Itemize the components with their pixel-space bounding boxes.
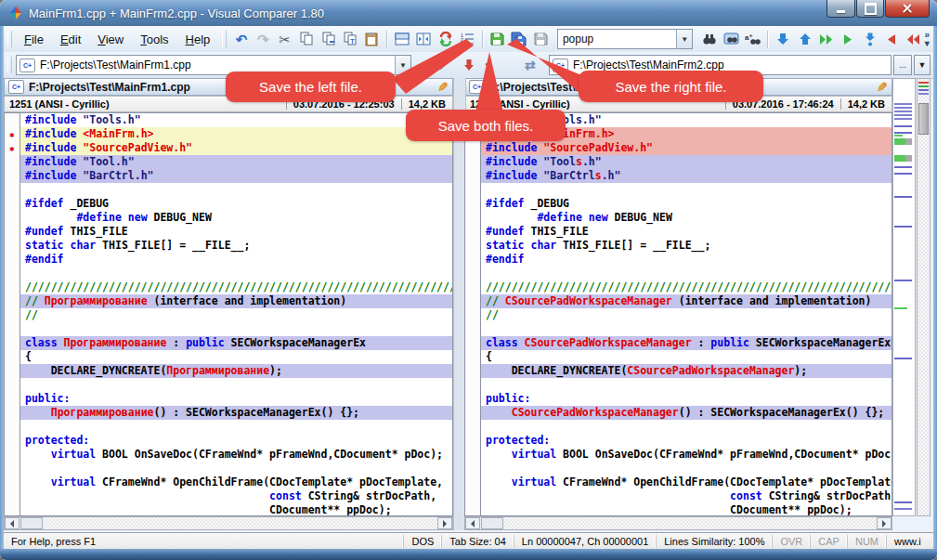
- scroll-left-arrow[interactable]: [5, 517, 20, 529]
- gutter-cell: [465, 364, 481, 378]
- scroll-right-arrow[interactable]: [877, 517, 891, 529]
- copy-back-icon[interactable]: [880, 29, 902, 49]
- vertical-scrollbar[interactable]: [917, 78, 930, 516]
- right-code-pane[interactable]: #include "Tools.h"#include <MainFrm.h>#i…: [464, 112, 892, 516]
- popup-combobox-dropdown[interactable]: ▼: [676, 30, 692, 48]
- right-path-dropdown[interactable]: ▼: [914, 55, 930, 75]
- cut-icon[interactable]: ✂: [274, 29, 295, 49]
- code-line: [465, 183, 891, 197]
- split-horizontal-icon[interactable]: [391, 29, 412, 49]
- vertical-scrollbar-thumb[interactable]: [918, 103, 929, 135]
- code-line: //: [465, 308, 891, 322]
- gutter-cell: [465, 350, 481, 364]
- copy-icon[interactable]: [296, 29, 318, 49]
- close-button[interactable]: [885, 0, 930, 18]
- minimap-diff-segment: [894, 135, 903, 137]
- code-line: DECLARE_DYNCREATE(Программирование);: [5, 364, 452, 378]
- scroll-left-arrow[interactable]: [465, 517, 480, 529]
- minimap-diff-segment: [894, 226, 913, 228]
- split-vertical-icon[interactable]: [413, 29, 435, 49]
- code-line: #include "BarCtrl.h": [5, 169, 452, 183]
- minimap-diff-segment: [894, 114, 913, 116]
- code-line: // Программирование (interface and imple…: [5, 294, 452, 308]
- find-icon[interactable]: [698, 29, 720, 49]
- menu-edit[interactable]: Edit: [52, 29, 89, 50]
- code-line: #undef THIS_FILE: [5, 225, 452, 239]
- code-line: static char THIS_FILE[] = __FILE__;: [465, 239, 891, 253]
- diff-overview-minimap[interactable]: [892, 78, 916, 516]
- minimap-diff-segment: [894, 173, 913, 175]
- gutter-cell: [465, 267, 481, 280]
- code-line: [5, 183, 452, 197]
- menu-view[interactable]: View: [89, 29, 132, 50]
- swap-files-icon[interactable]: ⇄: [519, 55, 541, 75]
- paste-icon[interactable]: [361, 29, 383, 49]
- title-bar[interactable]: MainFrm1.cpp + MainFrm2.cpp - Visual Com…: [0, 0, 937, 26]
- code-line: #define new DEBUG_NEW: [5, 211, 452, 225]
- browse-right-button[interactable]: ...: [893, 55, 912, 75]
- code-line: //: [5, 308, 452, 322]
- copy-path-right-icon[interactable]: ➜: [428, 55, 450, 75]
- compare-options-dropdown[interactable]: ▼: [484, 61, 491, 70]
- svg-text:3: 3: [461, 41, 463, 46]
- line-numbers-icon[interactable]: 123: [456, 29, 477, 49]
- save-right-button[interactable]: [530, 29, 552, 49]
- compare-download-icon[interactable]: [458, 55, 480, 75]
- minimap-diff-segment: [894, 280, 913, 281]
- minimap-diff-segment: [894, 132, 913, 134]
- right-path-value: F:\Projects\Test\MainFrm2.cpp: [568, 59, 891, 72]
- toolbar-grip[interactable]: [222, 31, 227, 47]
- previous-difference-icon[interactable]: [794, 29, 815, 49]
- scroll-right-arrow[interactable]: [437, 517, 452, 529]
- minimap-diff-segment: [894, 166, 913, 168]
- gutter-cell: [465, 169, 481, 183]
- gutter-cell: [5, 308, 20, 322]
- code-line: [465, 420, 891, 434]
- copy-forward-icon[interactable]: [838, 29, 859, 49]
- gutter-cell: [465, 211, 481, 225]
- minimap-diff-segment: [894, 307, 907, 309]
- next-change-marker-icon[interactable]: [859, 29, 880, 49]
- next-difference-icon[interactable]: [772, 29, 793, 49]
- status-website-link[interactable]: www.i: [886, 535, 933, 548]
- toolbar-grip[interactable]: [7, 31, 12, 47]
- minimap-diff-segment: [894, 111, 913, 112]
- copy-text-icon[interactable]: T: [339, 29, 360, 49]
- cpp-file-icon: C+: [553, 59, 568, 72]
- scrollbar-diff-mark: [918, 82, 929, 84]
- code-line: CSourcePadWorkspaceManager() : SECWorksp…: [465, 406, 891, 420]
- copy-forward-all-icon[interactable]: [815, 29, 837, 49]
- status-capslock-indicator: CAP: [810, 535, 847, 548]
- copy-append-icon[interactable]: [318, 29, 339, 49]
- gutter-cell: [5, 322, 20, 336]
- save-both-button[interactable]: [508, 29, 529, 49]
- undo-icon[interactable]: ↶: [230, 29, 252, 49]
- gutter-cell: [5, 462, 20, 475]
- code-line: #include "Tools.h": [5, 113, 452, 127]
- menu-tools[interactable]: Tools: [132, 29, 176, 50]
- save-left-button[interactable]: [487, 29, 508, 49]
- toolbar-grip[interactable]: [7, 57, 12, 73]
- incremental-search-icon[interactable]: a⁺: [742, 29, 763, 49]
- toolbar-overflow[interactable]: »▾: [924, 31, 930, 47]
- refresh-icon[interactable]: [435, 29, 456, 49]
- menu-help[interactable]: Help: [177, 29, 219, 50]
- gutter-cell: [5, 434, 20, 448]
- menu-toolbar: File Edit View Tools Help ↶ ↷ ✂ T 123: [4, 26, 933, 53]
- horizontal-scrollbar-thumb[interactable]: [20, 517, 43, 529]
- left-horizontal-scrollbar[interactable]: [4, 516, 453, 530]
- right-horizontal-scrollbar[interactable]: [464, 516, 892, 530]
- popup-combobox[interactable]: popup ▼: [557, 29, 693, 49]
- callout-save-both: Save both files.: [406, 110, 566, 141]
- left-path-dropdown[interactable]: ▼: [395, 56, 410, 74]
- maximize-button[interactable]: [856, 0, 884, 18]
- minimize-button[interactable]: [826, 0, 855, 18]
- horizontal-scrollbar-thumb[interactable]: [481, 517, 503, 529]
- left-code-pane[interactable]: #include "Tools.h"✱#include <MainFrm.h>✱…: [4, 112, 453, 516]
- gutter-cell: [5, 448, 20, 462]
- code-line: virtual BOOL OnSaveDoc(CFrameWnd* pFrame…: [465, 448, 891, 462]
- find-in-frames-icon[interactable]: [721, 29, 742, 49]
- menu-file[interactable]: File: [16, 29, 52, 50]
- redo-icon[interactable]: ↷: [253, 29, 274, 49]
- copy-back-all-icon[interactable]: [903, 29, 924, 49]
